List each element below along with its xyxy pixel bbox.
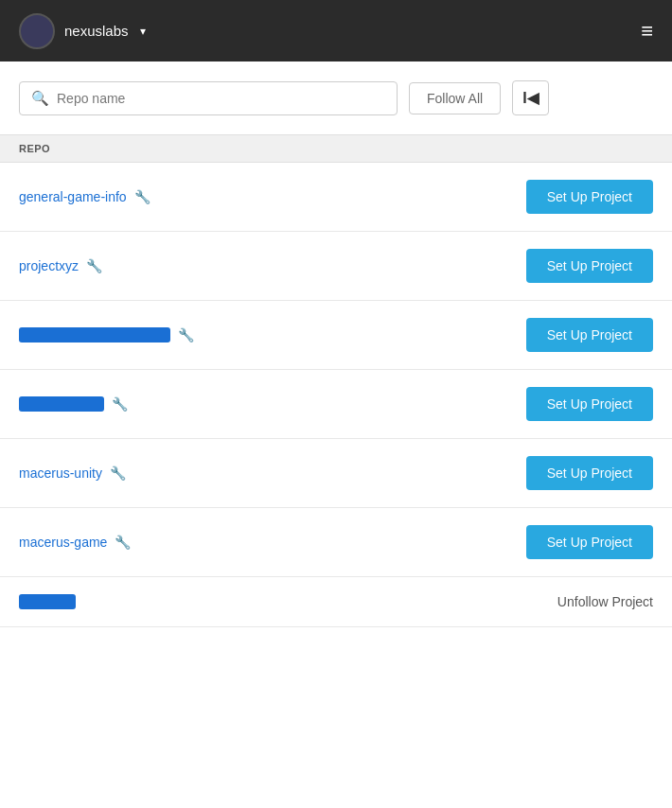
repo-link[interactable]: general-game-info: [19, 189, 127, 204]
chevron-down-icon: ▾: [140, 25, 146, 38]
search-input[interactable]: [57, 91, 385, 106]
unfollow-project-text[interactable]: Unfollow Project: [557, 594, 653, 609]
repo-link[interactable]: macerus-game: [19, 535, 107, 550]
repo-link[interactable]: macerus-unity: [19, 465, 102, 481]
toolbar-row: 🔍 Follow All I◀: [19, 80, 653, 115]
repo-row-left: REDACTED_SHORT🔧: [19, 396, 128, 412]
wrench-icon: 🔧: [115, 535, 131, 550]
org-avatar: [19, 13, 55, 49]
wrench-icon: 🔧: [112, 396, 128, 412]
set-up-project-button[interactable]: Set Up Project: [526, 525, 653, 559]
repo-link[interactable]: projectxyz: [19, 258, 79, 273]
table-header: REPO: [0, 134, 672, 163]
repo-row-left: macerus-unity🔧: [19, 465, 126, 481]
wrench-icon: 🔧: [178, 327, 194, 343]
org-name-label: nexuslabs: [64, 23, 129, 39]
main-content: 🔍 Follow All I◀ REPO general-game-info🔧S…: [0, 61, 672, 627]
set-up-project-button[interactable]: Set Up Project: [526, 387, 653, 421]
repo-link[interactable]: REDACTED_LONG: [19, 327, 170, 343]
repo-row-left: macerus-game🔧: [19, 535, 131, 550]
repo-list: general-game-info🔧Set Up Projectprojectx…: [0, 163, 672, 627]
repo-row: projectxyz🔧Set Up Project: [0, 232, 672, 301]
set-up-project-button[interactable]: Set Up Project: [526, 318, 653, 352]
repo-column-header: REPO: [19, 143, 50, 154]
follow-all-button[interactable]: Follow All: [409, 82, 501, 114]
repo-row: macerus-game🔧Set Up Project: [0, 508, 672, 577]
search-icon: 🔍: [31, 90, 49, 107]
set-up-project-button[interactable]: Set Up Project: [526, 180, 653, 214]
wrench-icon: 🔧: [110, 465, 126, 481]
repo-row-left: REDACTED_LONG🔧: [19, 327, 194, 343]
wrench-icon: 🔧: [86, 258, 102, 273]
repo-row: REDACTED_SHORT🔧Set Up Project: [0, 370, 672, 439]
set-up-project-button[interactable]: Set Up Project: [526, 456, 653, 490]
repo-row: macerus-unity🔧Set Up Project: [0, 439, 672, 508]
repo-link[interactable]: REDACTED_SHORT: [19, 396, 104, 412]
set-up-project-button[interactable]: Set Up Project: [526, 249, 653, 283]
repo-row: REDACTED_TINYUnfollow Project: [0, 577, 672, 627]
repo-row-left: projectxyz🔧: [19, 258, 102, 273]
app-header: nexuslabs ▾ ≡: [0, 0, 672, 61]
repo-row: general-game-info🔧Set Up Project: [0, 163, 672, 232]
repo-link[interactable]: REDACTED_TINY: [19, 594, 76, 609]
repo-row-left: REDACTED_TINY: [19, 594, 76, 609]
org-selector[interactable]: nexuslabs ▾: [19, 13, 146, 49]
menu-icon[interactable]: ≡: [641, 21, 653, 42]
repo-row-left: general-game-info🔧: [19, 189, 150, 204]
wrench-icon: 🔧: [134, 189, 150, 204]
search-box[interactable]: 🔍: [19, 81, 398, 115]
nav-arrow-button[interactable]: I◀: [512, 80, 548, 115]
repo-row: REDACTED_LONG🔧Set Up Project: [0, 301, 672, 370]
